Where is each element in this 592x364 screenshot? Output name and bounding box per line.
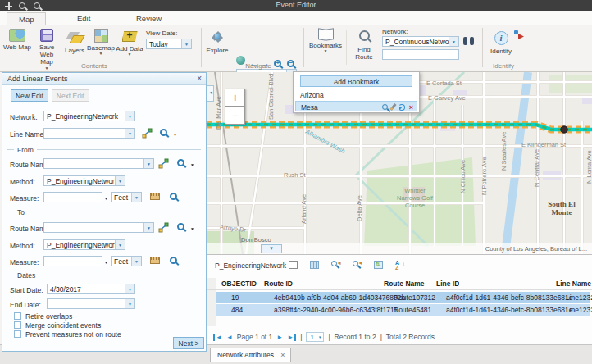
save-web-map-button[interactable]: Save Web Map ▼ bbox=[33, 29, 61, 71]
first-page-icon[interactable]: ◄ bbox=[213, 334, 222, 341]
end-date-label: End Date: bbox=[10, 301, 41, 309]
web-map-button[interactable]: Web Map bbox=[2, 29, 33, 51]
next-page-icon[interactable]: ► bbox=[276, 334, 283, 341]
find-route-button[interactable]: Find Route bbox=[349, 29, 379, 61]
explore-button[interactable]: Explore bbox=[205, 29, 230, 54]
identify-button[interactable]: i Identify bbox=[487, 29, 515, 55]
from-measure-unit-select[interactable]: Feet bbox=[111, 192, 142, 202]
map-label: Del Mar Ave bbox=[215, 96, 222, 130]
route-zoom-icon[interactable] bbox=[177, 223, 184, 232]
chevron-down-icon[interactable]: ▼ bbox=[173, 132, 177, 137]
chevron-down-icon[interactable]: ▼ bbox=[104, 196, 108, 201]
chevron-down-icon[interactable]: ▼ bbox=[190, 162, 194, 167]
previous-page-icon[interactable]: ◄ bbox=[226, 334, 233, 341]
view-date-select[interactable]: Today bbox=[146, 39, 192, 49]
measure-zoom-icon[interactable] bbox=[170, 193, 177, 202]
add-data-icon bbox=[122, 31, 138, 42]
bookmark-refresh-icon[interactable] bbox=[398, 104, 405, 111]
next-edit-button[interactable]: Next Edit bbox=[52, 89, 89, 102]
new-edit-button[interactable]: New Edit bbox=[11, 89, 48, 102]
tab-review[interactable]: Review bbox=[125, 12, 173, 25]
tab-network-attributes[interactable]: Network Attributes × bbox=[210, 348, 291, 362]
bookmark-item-arizona[interactable]: Arizona bbox=[295, 89, 417, 100]
panel-network-select[interactable]: P_EngineeringNetwork bbox=[43, 111, 135, 121]
tab-map[interactable]: Map bbox=[7, 12, 46, 25]
line-zoom-icon[interactable] bbox=[160, 129, 167, 138]
col-line-name[interactable]: Line Name bbox=[556, 280, 591, 288]
map-zoom-in-button[interactable]: + bbox=[225, 89, 245, 107]
start-date-label: Start Date: bbox=[10, 286, 43, 294]
merge-coincident-checkbox[interactable] bbox=[14, 321, 21, 329]
to-measure-input[interactable] bbox=[43, 256, 102, 266]
ribbon-separator bbox=[303, 28, 304, 67]
map-label: E Klingerman St bbox=[521, 141, 566, 148]
col-route-id[interactable]: Route ID bbox=[264, 280, 293, 288]
start-date-select[interactable]: 4/30/2017 bbox=[47, 284, 135, 294]
to-measure-unit-select[interactable]: Feet bbox=[111, 256, 142, 266]
titlebar: Event Editor bbox=[0, 0, 592, 11]
bookmark-zoom-icon[interactable] bbox=[382, 104, 388, 110]
from-route-name-select[interactable] bbox=[43, 158, 154, 169]
page-number-select[interactable]: 1 bbox=[306, 332, 324, 342]
basemap-button[interactable]: Basemap ▼ bbox=[87, 29, 115, 57]
find-network-icon[interactable] bbox=[463, 37, 474, 47]
next-button[interactable]: Next > bbox=[173, 337, 204, 349]
tab-edit[interactable]: Edit bbox=[66, 12, 102, 25]
table-view-icon[interactable] bbox=[310, 260, 321, 270]
network-filter-input[interactable] bbox=[382, 49, 459, 60]
layers-button[interactable]: Layers bbox=[62, 29, 87, 54]
route-zoom-icon[interactable] bbox=[177, 159, 184, 168]
measure-ruler-icon[interactable] bbox=[150, 257, 160, 266]
retire-overlaps-checkbox[interactable] bbox=[14, 312, 21, 320]
zoom-to-selection-icon[interactable]: ◄ bbox=[331, 260, 342, 270]
from-method-select[interactable]: P_EngineeringNetwork bbox=[43, 175, 125, 186]
col-line-id[interactable]: Line ID bbox=[436, 280, 459, 288]
explore-icon bbox=[209, 29, 225, 45]
col-objectid[interactable]: OBJECTID bbox=[221, 280, 257, 288]
add-bookmark-button[interactable]: Add Bookmark bbox=[300, 75, 412, 87]
col-route-name[interactable]: Route Name bbox=[384, 280, 425, 288]
network-select[interactable]: P_ContinuousNetwork bbox=[382, 36, 459, 47]
web-map-icon bbox=[9, 29, 25, 42]
to-route-name-select[interactable] bbox=[43, 222, 154, 233]
bookmarks-button[interactable]: Bookmarks ▼ bbox=[308, 29, 343, 54]
switch-selection-icon[interactable]: ⇅ bbox=[374, 260, 385, 270]
bookmark-delete-icon[interactable]: × bbox=[409, 104, 413, 111]
measure-zoom-icon[interactable] bbox=[170, 257, 177, 266]
line-name-select[interactable] bbox=[43, 128, 135, 139]
bookmark-item-mesa[interactable]: Mesa × bbox=[295, 101, 417, 111]
select-route-on-map-icon[interactable] bbox=[158, 158, 169, 171]
collapse-table-button[interactable] bbox=[261, 244, 282, 253]
table-row[interactable]: 19 4eb9419b-af9b-4d04-ab69-1d403476802b … bbox=[216, 292, 590, 303]
select-line-on-map-icon[interactable] bbox=[142, 128, 153, 140]
record-range-text: Record 1 to 2 bbox=[335, 333, 376, 341]
from-measure-input[interactable] bbox=[43, 192, 102, 202]
map-zoom-out-button[interactable]: − bbox=[225, 107, 245, 125]
network-label: Network: bbox=[382, 28, 408, 35]
add-data-dropdown-icon: ▼ bbox=[115, 52, 144, 57]
map-label: N Searles Ave bbox=[500, 132, 508, 171]
measure-ruler-icon[interactable] bbox=[150, 193, 160, 202]
chevron-down-icon[interactable]: ▼ bbox=[190, 226, 194, 231]
close-icon[interactable]: × bbox=[197, 74, 202, 83]
to-method-select[interactable]: P_EngineeringNetwork bbox=[43, 239, 125, 250]
chevron-down-icon[interactable]: ▼ bbox=[104, 260, 108, 265]
close-tab-icon[interactable]: × bbox=[280, 351, 285, 359]
panel-title: Add Linear Events bbox=[7, 75, 68, 83]
prevent-measures-checkbox[interactable] bbox=[14, 330, 21, 338]
basemap-dropdown-icon: ▼ bbox=[87, 52, 115, 57]
map-zoom-out-icon[interactable]: − bbox=[287, 59, 294, 69]
end-date-select[interactable] bbox=[47, 298, 135, 309]
select-records-icon[interactable] bbox=[289, 260, 299, 270]
from-separator: From bbox=[7, 149, 201, 150]
table-row[interactable]: 484 a398ff4c-2940-4c00-96b6-c6343f8f1711… bbox=[216, 304, 590, 316]
select-route-on-map-icon[interactable] bbox=[158, 222, 169, 234]
add-data-button[interactable]: Add Data ▼ bbox=[115, 29, 144, 57]
collapse-panel-button[interactable] bbox=[207, 85, 214, 102]
sort-icon[interactable]: AZ↓ bbox=[395, 260, 406, 270]
last-page-icon[interactable]: ► bbox=[287, 334, 296, 341]
merge-coincident-label: Merge coincident events bbox=[25, 321, 101, 330]
bookmark-edit-icon[interactable] bbox=[389, 103, 396, 111]
pan-to-selection-icon[interactable]: ◄ bbox=[353, 260, 363, 270]
ribbon-tabs: Map Edit Review bbox=[0, 11, 592, 25]
